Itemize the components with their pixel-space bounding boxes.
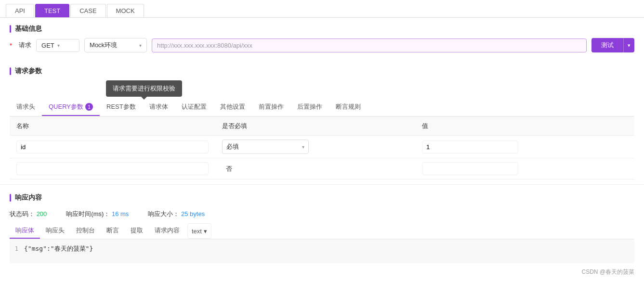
param-required-chevron-icon-0: ▾ xyxy=(302,144,304,150)
response-subtab-body[interactable]: 响应体 xyxy=(10,223,40,239)
response-subtab-console[interactable]: 控制台 xyxy=(70,223,101,239)
format-select[interactable]: text ▾ xyxy=(187,223,211,239)
test-button[interactable]: 测试 xyxy=(591,38,623,52)
response-subtab-headers[interactable]: 响应头 xyxy=(40,223,70,239)
response-subtab-extract[interactable]: 提取 xyxy=(125,223,149,239)
env-dropdown[interactable]: Mock环境 ▾ xyxy=(84,38,147,52)
required-star: * xyxy=(10,42,12,49)
response-title: 响应内容 xyxy=(15,193,42,202)
url-input[interactable] xyxy=(152,38,587,52)
tab-mock[interactable]: MOCK xyxy=(107,4,144,17)
param-value-input-0[interactable] xyxy=(422,140,518,153)
footer-text: CSDN @春天的菠菜 xyxy=(581,268,634,275)
subtab-request-body[interactable]: 请求体 xyxy=(143,99,175,116)
line-number-1: 1 xyxy=(10,245,24,252)
request-params-header: 请求参数 xyxy=(0,60,644,80)
status-code-label: 状态码： 200 xyxy=(10,210,47,218)
footer: CSDN @春天的菠菜 xyxy=(581,268,634,276)
basic-info-row: * 请求 GET ▾ Mock环境 ▾ 测试 ▾ xyxy=(0,38,644,60)
subtab-pre-operation[interactable]: 前置操作 xyxy=(252,99,290,116)
tooltip-banner: 请求需要进行权限校验 xyxy=(106,80,182,97)
env-value: Mock环境 xyxy=(90,41,117,50)
param-required-value-0: 必填 xyxy=(226,142,239,151)
basic-info-header: 基础信息 xyxy=(0,18,644,38)
response-code-area: 1 {"msg":"春天的菠菜"} xyxy=(10,239,634,263)
response-subtab-request-content[interactable]: 请求内容 xyxy=(149,223,185,239)
method-value: GET xyxy=(41,42,54,49)
request-params-title: 请求参数 xyxy=(15,67,42,76)
subtab-assertion-rules[interactable]: 断言规则 xyxy=(329,99,368,116)
subtabs-container: 请求头 QUERY参数 1 REST参数 请求体 认证配置 其他设置 前置操作 … xyxy=(10,99,634,116)
param-name-input-0[interactable] xyxy=(16,140,209,153)
table-row: 否 xyxy=(10,158,634,179)
subtab-query-params[interactable]: QUERY参数 1 xyxy=(42,99,100,116)
response-meta: 状态码： 200 响应时间(ms)： 16 ms 响应大小： 25 bytes xyxy=(10,207,634,223)
code-content-1: {"msg":"春天的菠菜"} xyxy=(24,244,93,253)
response-size-label: 响应大小： 25 bytes xyxy=(148,210,205,218)
col-value: 值 xyxy=(415,117,634,136)
tab-case[interactable]: CASE xyxy=(70,4,105,17)
test-dropdown-arrow-button[interactable]: ▾ xyxy=(623,38,634,52)
response-section: 响应内容 状态码： 200 响应时间(ms)： 16 ms 响应大小： 25 b… xyxy=(0,184,644,263)
response-subtabs: 响应体 响应头 控制台 断言 提取 请求内容 text ▾ xyxy=(10,223,634,239)
table-row: 必填 ▾ xyxy=(10,136,634,158)
test-button-group: 测试 ▾ xyxy=(591,38,634,52)
subtab-post-operation[interactable]: 后置操作 xyxy=(290,99,329,116)
tooltip-wrapper: 请求需要进行权限校验 xyxy=(0,80,644,100)
response-time-label: 响应时间(ms)： 16 ms xyxy=(66,210,129,218)
param-value-input-1[interactable] xyxy=(422,162,518,175)
basic-info-title: 基础信息 xyxy=(15,25,42,33)
subtab-request-header[interactable]: 请求头 xyxy=(10,99,42,116)
param-required-no-1: 否 xyxy=(222,163,236,175)
subtab-rest-params[interactable]: REST参数 xyxy=(100,99,143,116)
request-label: 请求 xyxy=(19,41,31,50)
params-table: 名称 是否必填 值 必填 ▾ xyxy=(10,116,634,179)
tab-api[interactable]: API xyxy=(6,4,34,17)
code-line-1: 1 {"msg":"春天的菠菜"} xyxy=(10,243,634,254)
col-required: 是否必填 xyxy=(215,117,415,136)
response-header: 响应内容 xyxy=(10,190,634,207)
subtab-auth-config[interactable]: 认证配置 xyxy=(175,99,213,116)
env-chevron-icon: ▾ xyxy=(139,43,142,48)
query-badge: 1 xyxy=(85,103,93,111)
param-required-select-0[interactable]: 必填 ▾ xyxy=(222,140,309,154)
param-name-input-1[interactable] xyxy=(16,162,209,175)
response-time-value: 16 ms xyxy=(112,210,129,217)
col-name: 名称 xyxy=(10,117,215,136)
method-dropdown[interactable]: GET ▾ xyxy=(36,39,79,52)
params-section: 请求头 QUERY参数 1 REST参数 请求体 认证配置 其他设置 前置操作 … xyxy=(0,99,644,179)
format-value: text xyxy=(192,228,202,235)
response-subtab-assertion[interactable]: 断言 xyxy=(101,223,125,239)
method-chevron-icon: ▾ xyxy=(57,43,60,48)
top-tabs-container: API TEST CASE MOCK xyxy=(0,0,644,18)
response-size-value: 25 bytes xyxy=(181,210,205,217)
subtab-other-settings[interactable]: 其他设置 xyxy=(213,99,252,116)
format-chevron-icon: ▾ xyxy=(204,228,207,235)
tab-test[interactable]: TEST xyxy=(35,4,69,17)
status-code-value: 200 xyxy=(37,210,47,217)
